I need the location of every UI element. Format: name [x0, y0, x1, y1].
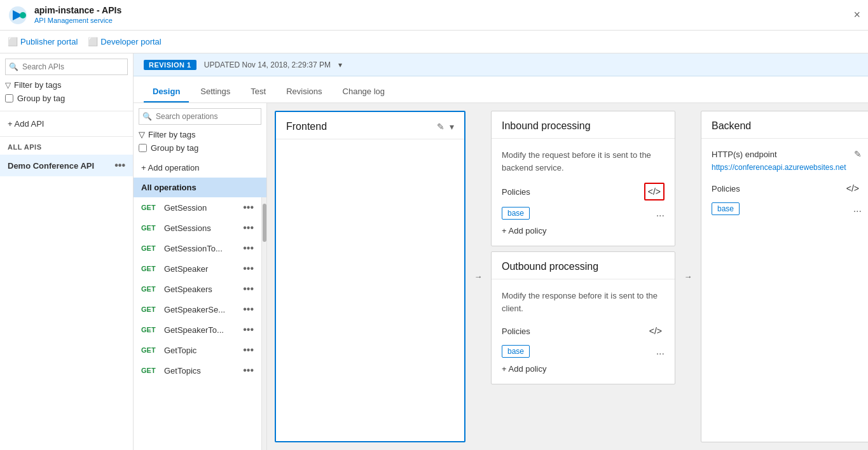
title-text: apim-instance - APIs API Management serv…: [34, 5, 121, 25]
revision-chevron-icon[interactable]: ▾: [338, 60, 342, 69]
outbound-policy-tag-row: base ...: [502, 345, 665, 358]
outbound-description: Modify the response before it is sent to…: [502, 290, 665, 314]
design-area: 🔍 ▽ Filter by tags Group by tag + Add op…: [134, 103, 868, 450]
op-dots[interactable]: •••: [243, 365, 254, 376]
op-item-getsession[interactable]: GET GetSession •••: [134, 197, 261, 218]
all-apis-label: All APIs: [0, 139, 133, 155]
add-operation-button[interactable]: + Add operation: [134, 158, 266, 178]
app-icon: [8, 5, 28, 25]
backend-edit-button[interactable]: ✎: [854, 149, 862, 159]
frontend-edit-button[interactable]: ✎: [437, 122, 444, 132]
arrow-right-connector-2: →: [680, 272, 696, 281]
svg-point-2: [20, 12, 26, 18]
tab-changelog[interactable]: Change log: [334, 81, 394, 102]
op-dots[interactable]: •••: [243, 222, 254, 234]
tab-settings[interactable]: Settings: [191, 81, 239, 102]
arrow-right-connector-1: →: [471, 272, 486, 281]
frontend-chevron-button[interactable]: ▾: [450, 122, 454, 132]
ops-group-by-tag-checkbox[interactable]: [139, 144, 147, 152]
inbound-dots-button[interactable]: ...: [656, 207, 665, 219]
inbound-panel-body: Modify the request before it is sent to …: [492, 139, 675, 246]
inbound-policy-tag-row: base ...: [502, 207, 665, 220]
op-dots[interactable]: •••: [243, 243, 254, 254]
op-dots[interactable]: •••: [243, 324, 254, 335]
op-item-getspeakerto[interactable]: GET GetSpeakerTo... •••: [134, 320, 261, 340]
top-nav: ⬜ Publisher portal ⬜ Developer portal: [0, 31, 868, 53]
outbound-policies-row: Policies </>: [502, 323, 665, 339]
op-dots[interactable]: •••: [243, 304, 254, 315]
op-item-getsessions[interactable]: GET GetSessions •••: [134, 218, 261, 238]
service-label: API Management service: [34, 17, 113, 24]
outbound-panel-body: Modify the response before it is sent to…: [492, 279, 675, 384]
inbound-policies-row: Policies </>: [502, 183, 665, 200]
op-item-getspeaker[interactable]: GET GetSpeaker •••: [134, 258, 261, 279]
backend-dots-button[interactable]: ...: [853, 203, 862, 214]
content-area: REVISION 1 UPDATED Nov 14, 2018, 2:29:37…: [134, 53, 868, 450]
api-item-dots[interactable]: •••: [114, 160, 125, 171]
revision-bar: REVISION 1 UPDATED Nov 14, 2018, 2:29:37…: [134, 53, 868, 76]
ops-scrollbar-handle[interactable]: [263, 204, 266, 242]
backend-policies-row: Policies </>: [712, 181, 862, 196]
ops-filter[interactable]: ▽ Filter by tags: [139, 130, 261, 139]
backend-title: Backend: [712, 120, 751, 132]
tab-design[interactable]: Design: [144, 81, 189, 102]
group-by-tag-checkbox[interactable]: [5, 94, 13, 102]
inbound-policy-base-tag[interactable]: base: [502, 207, 530, 220]
op-dots[interactable]: •••: [243, 344, 254, 356]
op-item-getspeakers[interactable]: GET GetSpeakers •••: [134, 279, 261, 299]
inbound-add-policy-button[interactable]: + Add policy: [502, 226, 546, 236]
inbound-panel-header: Inbound processing: [492, 111, 675, 139]
filter-icon: ▽: [5, 81, 11, 90]
inbound-outbound-column: Inbound processing Modify the request be…: [491, 111, 675, 442]
publisher-portal-link[interactable]: ⬜ Publisher portal: [8, 37, 78, 46]
all-operations-item[interactable]: All operations: [134, 178, 266, 197]
publisher-portal-icon: ⬜: [8, 37, 18, 46]
outbound-dots-button[interactable]: ...: [656, 346, 665, 357]
op-dots[interactable]: •••: [243, 202, 254, 213]
outbound-code-button[interactable]: </>: [647, 323, 665, 339]
outbound-title: Outbound processing: [502, 261, 598, 272]
op-item-getspeakerse[interactable]: GET GetSpeakerSe... •••: [134, 299, 261, 320]
outbound-add-policy-button[interactable]: + Add policy: [502, 364, 546, 374]
outbound-panel: Outbound processing Modify the response …: [491, 251, 675, 384]
op-dots[interactable]: •••: [243, 283, 254, 295]
search-operations-input[interactable]: [139, 108, 261, 125]
ops-scrollbar-track[interactable]: [261, 197, 266, 450]
search-apis-input[interactable]: [5, 59, 128, 75]
developer-portal-link[interactable]: ⬜ Developer portal: [88, 37, 161, 46]
inbound-code-button[interactable]: </>: [644, 183, 665, 200]
close-button[interactable]: ×: [853, 8, 860, 22]
sidebar-groupby: Group by tag: [5, 94, 128, 103]
sidebar-filter[interactable]: ▽ Filter by tags: [5, 80, 128, 90]
design-panels: Frontend ✎ ▾ →: [267, 103, 868, 450]
backend-http-row: HTTP(s) endpoint ✎: [712, 149, 862, 159]
op-item-getsessionto[interactable]: GET GetSessionTo... •••: [134, 238, 261, 258]
outbound-policies-label: Policies: [502, 327, 530, 336]
frontend-title: Frontend: [286, 121, 327, 132]
ops-search-icon: 🔍: [142, 112, 152, 121]
tab-test[interactable]: Test: [242, 81, 275, 102]
api-item-demo-conference[interactable]: Demo Conference API •••: [0, 155, 133, 176]
backend-code-button[interactable]: </>: [844, 181, 862, 196]
tab-revisions[interactable]: Revisions: [277, 81, 331, 102]
backend-url: https://conferenceapi.azurewebsites.net: [712, 163, 862, 172]
op-item-gettopics[interactable]: GET GetTopics •••: [134, 360, 261, 381]
operations-panel: 🔍 ▽ Filter by tags Group by tag + Add op…: [134, 103, 267, 450]
backend-policies-label: Policies: [712, 184, 740, 193]
tabs-bar: Design Settings Test Revisions Change lo…: [134, 76, 868, 103]
op-dots[interactable]: •••: [243, 263, 254, 274]
backend-policy-tag-row: base ...: [712, 202, 862, 215]
add-api-button[interactable]: + Add API: [0, 114, 133, 134]
sidebar-divider-2: [0, 136, 133, 137]
ops-search-container: 🔍: [139, 108, 261, 125]
frontend-panel-header: Frontend ✎ ▾: [276, 112, 464, 139]
inbound-title: Inbound processing: [502, 120, 591, 132]
ops-content: GET GetSession ••• GET GetSessions ••• G…: [134, 197, 261, 450]
outbound-policy-base-tag[interactable]: base: [502, 345, 530, 358]
backend-policy-base-tag[interactable]: base: [712, 202, 740, 215]
frontend-panel: Frontend ✎ ▾: [275, 111, 465, 442]
ops-groupby: Group by tag: [139, 143, 261, 153]
op-item-gettopic[interactable]: GET GetTopic •••: [134, 340, 261, 360]
backend-panel-header: Backend: [701, 111, 868, 139]
main-layout: 🔍 ▽ Filter by tags Group by tag + Add AP…: [0, 53, 868, 450]
